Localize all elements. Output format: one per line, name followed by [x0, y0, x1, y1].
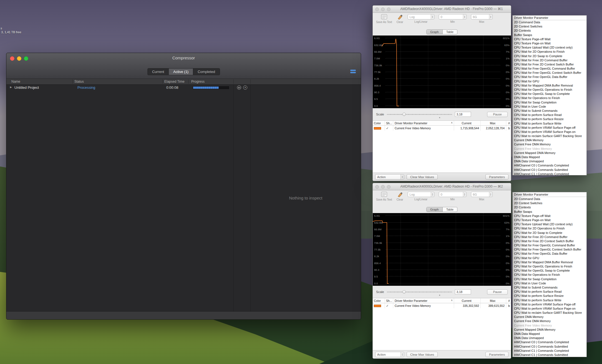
parameter-list-item[interactable]: CPU Wait for GPU	[513, 256, 586, 260]
parameter-list-item[interactable]: Current Free Video Memory	[513, 323, 586, 328]
parameter-list-item[interactable]: CPU Wait for Swap Completion	[513, 277, 586, 281]
header-parameter[interactable]: Driver Monitor Parameter ∧	[393, 121, 454, 125]
desktop-icon-label[interactable]: s	[1, 27, 2, 30]
scale-slider[interactable]	[387, 112, 452, 116]
save-as-text-button[interactable]: Save As Text	[376, 192, 392, 201]
compressor-title-bar[interactable]: Compressor Current Active (1) Completed	[6, 53, 361, 79]
parameter-list-item[interactable]: 2D Contexts	[513, 205, 586, 209]
parameter-list-item[interactable]: CPU Wait to reclaim Surface GART Backing…	[513, 134, 586, 138]
parameter-list-item[interactable]: CPU Wait to perform VRAM Surface Page-of…	[513, 126, 586, 130]
parameter-list-item[interactable]: CPU Texture Upload Wait (2D context only…	[513, 46, 586, 50]
parameter-list-item[interactable]: Current Mapped DMA Memory	[513, 151, 586, 155]
parameter-list-item[interactable]: CPU Wait for Free OpenGL Context Switch …	[513, 247, 586, 252]
parameter-list-item[interactable]: Current Free DMA Memory	[513, 142, 586, 146]
parameter-list-item[interactable]: 2D Command Data	[513, 20, 586, 24]
job-row[interactable]: ▶ Untitled Project Processing 0:00:08 ✕	[6, 85, 250, 91]
parameter-list-item[interactable]: CPU Wait to Submit Commands	[513, 285, 586, 290]
parameter-list-item[interactable]: CPU Wait for Free 2D Context Switch Buff…	[513, 62, 586, 67]
parameter-list-item[interactable]: CPU Wait to perform Surface Write	[513, 122, 586, 126]
cancel-job-button[interactable]: ✕	[243, 85, 247, 90]
column-status[interactable]: Status	[74, 79, 84, 84]
parameter-list-item[interactable]: CPU Texture Page-on Wait	[513, 218, 586, 222]
tab-completed[interactable]: Completed	[193, 69, 220, 75]
parameter-list-item[interactable]: CPU Wait to perform VRAM Surface Page-of…	[513, 302, 586, 307]
header-color[interactable]: Color	[373, 121, 385, 125]
stepper-icon[interactable]: ▲▼	[431, 192, 434, 197]
monitor1-title-bar[interactable]: AMDRadeonX4000GLDriver: AMD Radeon HD - …	[373, 6, 511, 13]
slider-knob[interactable]	[402, 290, 406, 294]
max-select[interactable]: 6G ▲▼	[471, 14, 493, 19]
parameter-list-item[interactable]: DMA Data Mapped	[513, 155, 586, 159]
series-color-swatch[interactable]	[374, 305, 381, 307]
parameter-list-item[interactable]: CPU Wait for OpenGL Operations to Finish	[513, 264, 586, 269]
header-parameter[interactable]: Driver Monitor Parameter ∧	[393, 298, 454, 303]
min-select[interactable]: 0 ▲▼	[439, 192, 467, 197]
close-button[interactable]	[375, 7, 379, 11]
parameter-list-item[interactable]: CPU Wait in User Code	[513, 281, 586, 285]
parameter-list-item[interactable]: CPU Wait for Swap Completion	[513, 100, 586, 105]
clear-button[interactable]: Clear	[397, 14, 403, 24]
parameter-list-item[interactable]: DMA Data Mapped	[513, 332, 586, 336]
stepper-icon[interactable]: ▲▼	[489, 192, 492, 197]
minimize-button[interactable]	[381, 185, 385, 189]
parameter-list-item[interactable]: 2D Context Switches	[513, 201, 586, 205]
table-row[interactable]: ✓ Current Free Video Memory 1,715,908,54…	[373, 126, 511, 131]
header-count[interactable]: #	[506, 121, 511, 125]
stepper-icon[interactable]: ▲▼	[489, 14, 492, 19]
parameter-list-item[interactable]: CPU Wait for Free 2D Command Buffer	[513, 58, 586, 62]
tab-table[interactable]: Table	[442, 30, 457, 34]
zoom-button[interactable]	[387, 7, 391, 11]
header-current[interactable]: Current	[454, 121, 481, 125]
clear-max-values-button[interactable]: Clear Max Values	[407, 174, 438, 180]
parameter-list-item[interactable]: CPU Wait to perform VRAM Surface Page-on	[513, 130, 586, 134]
parameter-list-item[interactable]: CPU Wait for 2D Swap to Complete	[513, 231, 586, 235]
parameter-list-item[interactable]: Current DMA Memory	[513, 315, 586, 319]
monitor2-title-bar[interactable]: AMDRadeonX4000GLDriver: AMD Radeon HD - …	[373, 183, 511, 190]
minimize-button[interactable]	[381, 7, 385, 11]
parameter-list-item[interactable]: CPU Wait for Free OpenGL Data Buffer	[513, 252, 586, 256]
parameter-list-item[interactable]: CPU Wait for Free 2D Command Buffer	[513, 235, 586, 239]
parameter-list-item[interactable]: CPU Wait for Mapped DMA Buffer Removal	[513, 260, 586, 264]
scale-value-field[interactable]: 3,18	[455, 112, 471, 117]
shown-check-icon[interactable]: ✓	[386, 127, 389, 130]
parameter-list-item[interactable]: Current Mapped DMA Memory	[513, 328, 586, 332]
tab-current[interactable]: Current	[148, 69, 168, 75]
action-menu[interactable]: Action ▲▼	[375, 174, 404, 180]
log-linear-select[interactable]: Log ▲▼	[408, 14, 434, 19]
parameter-list-item[interactable]: CPU Wait for Free OpenGL Command Buffer	[513, 67, 586, 71]
desktop-icon-label-size[interactable]: 3, 1,41 TB free	[1, 31, 21, 34]
parameter-list-item[interactable]: Buffer Swaps	[513, 210, 586, 214]
parameter-list-item[interactable]: 2D Context Switches	[513, 24, 586, 29]
max-select[interactable]: 6G ▲▼	[471, 192, 493, 197]
tab-active[interactable]: Active (1)	[168, 69, 193, 75]
parameter-list-item[interactable]: CPU Texture Upload Wait (2D context only…	[513, 222, 586, 226]
parameter-list-item[interactable]: CPU Wait for Free OpenGL Data Buffer	[513, 75, 586, 79]
parameter-list-item[interactable]: Current Free Video Memory	[513, 147, 586, 151]
column-name[interactable]: Name	[11, 79, 20, 84]
parameter-list-item[interactable]: HWChannel C1 | Commands Completed	[513, 349, 586, 353]
clear-button[interactable]: Clear	[397, 192, 403, 201]
parameter-list-item[interactable]: HWChannel C0 | Commands Submitted	[513, 168, 586, 172]
parameter-list-item[interactable]: CPU Wait in User Code	[513, 105, 586, 109]
parameters-button[interactable]: Parameters	[485, 352, 508, 357]
parameter-list-item[interactable]: CPU Wait to perform Surface Write	[513, 298, 586, 302]
min-select[interactable]: 0 ▲▼	[439, 14, 467, 19]
tab-graph[interactable]: Graph	[427, 207, 442, 212]
parameter-list-item[interactable]: CPU Texture Page-off Wait	[513, 37, 586, 41]
log-linear-select[interactable]: Log ▲▼	[408, 192, 434, 197]
parameter-list-item[interactable]: CPU Wait to perform Surface Resize	[513, 117, 586, 121]
shown-check-icon[interactable]: ✓	[386, 304, 389, 308]
parameter-list-item[interactable]: Buffer Swaps	[513, 33, 586, 37]
parameter-list-item[interactable]: CPU Texture Page-on Wait	[513, 41, 586, 46]
header-max[interactable]: Max	[481, 121, 506, 125]
header-shown[interactable]: Sh...	[385, 298, 393, 303]
pause-button[interactable]: Pause	[487, 112, 508, 117]
parameter-list-item[interactable]: DMA Data Unmapped	[513, 159, 586, 163]
parameter-list-item[interactable]: CPU Wait for 2D Operations to Finish	[513, 50, 586, 54]
parameter-list-item[interactable]: CPU Wait to perform Surface Read	[513, 113, 586, 117]
parameter-list-item[interactable]: CPU Wait for 2D Operations to Finish	[513, 226, 586, 231]
header-count[interactable]: #	[506, 298, 511, 303]
disclosure-triangle-icon[interactable]: ▶	[10, 86, 12, 89]
save-as-text-button[interactable]: Save As Text	[376, 14, 392, 24]
parameter-list-item[interactable]: CPU Wait for GPU	[513, 79, 586, 84]
